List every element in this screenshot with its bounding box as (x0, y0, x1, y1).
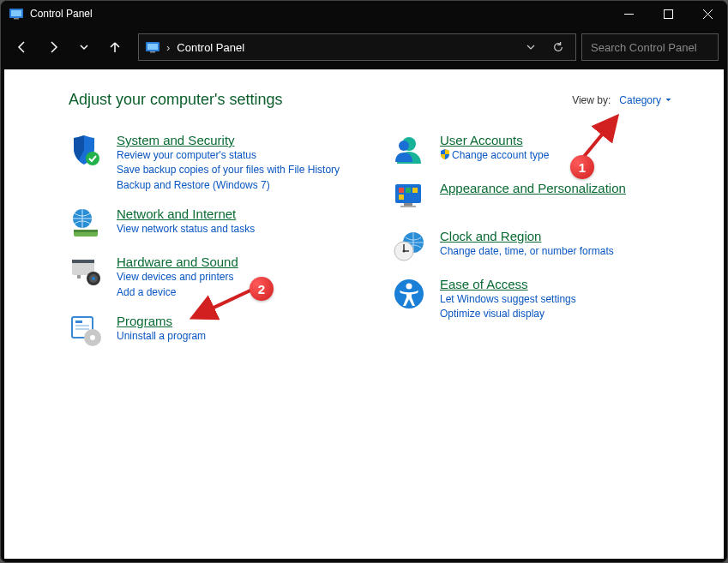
svg-rect-36 (399, 195, 404, 200)
link-backup-restore[interactable]: Backup and Restore (Windows 7) (117, 178, 366, 193)
svg-rect-24 (75, 325, 89, 326)
up-button[interactable] (102, 34, 128, 60)
svg-rect-35 (412, 188, 418, 193)
user-accounts-icon (392, 133, 426, 167)
network-internet-icon (69, 207, 103, 241)
svg-rect-34 (406, 188, 411, 193)
link-change-account-type[interactable]: Change account type (440, 148, 689, 163)
svg-rect-1 (11, 10, 21, 16)
svg-point-41 (403, 250, 406, 253)
link-devices-printers[interactable]: View devices and printers (117, 270, 366, 284)
svg-point-43 (406, 284, 412, 290)
svg-rect-31 (404, 203, 412, 206)
close-button[interactable] (688, 1, 727, 27)
svg-point-27 (90, 335, 95, 340)
clock-region-icon (392, 229, 426, 263)
category-programs[interactable]: Programs (117, 314, 172, 328)
window-title: Control Panel (30, 8, 609, 20)
link-network-status[interactable]: View network status and tasks (117, 222, 366, 237)
viewby-label: View by: (572, 94, 611, 106)
svg-rect-23 (75, 320, 82, 323)
link-file-history[interactable]: Save backup copies of your files with Fi… (117, 163, 366, 177)
svg-point-21 (92, 277, 95, 280)
category-network-internet[interactable]: Network and Internet (117, 207, 236, 221)
svg-rect-33 (399, 188, 404, 193)
search-box[interactable] (581, 33, 719, 61)
link-uninstall-program[interactable]: Uninstall a program (117, 329, 366, 344)
svg-rect-9 (150, 51, 155, 53)
search-input[interactable] (589, 40, 728, 55)
viewby-value: Category (619, 94, 661, 106)
viewby-select[interactable]: Category (619, 94, 672, 106)
address-bar[interactable]: › Control Panel (138, 33, 576, 61)
category-ease-of-access[interactable]: Ease of Access (440, 277, 528, 291)
link-add-device[interactable]: Add a device (117, 285, 366, 300)
category-hardware-sound[interactable]: Hardware and Sound (117, 255, 238, 269)
hardware-sound-icon (69, 255, 103, 289)
address-history-dropdown[interactable] (520, 37, 541, 57)
svg-point-29 (399, 141, 409, 151)
system-security-icon (69, 133, 103, 167)
appearance-personalization-icon (392, 181, 426, 215)
svg-rect-25 (75, 328, 89, 330)
chevron-down-icon (665, 96, 672, 104)
refresh-button[interactable] (548, 37, 569, 57)
forward-button[interactable] (40, 34, 66, 60)
control-panel-icon (146, 40, 159, 54)
page-title: Adjust your computer's settings (69, 91, 572, 109)
svg-rect-17 (72, 260, 94, 263)
programs-icon (69, 314, 103, 348)
link-suggest-settings[interactable]: Let Windows suggest settings (440, 292, 689, 307)
link-optimize-display[interactable]: Optimize visual display (440, 307, 689, 321)
svg-rect-18 (77, 275, 81, 279)
svg-rect-30 (395, 184, 421, 203)
category-clock-region[interactable]: Clock and Region (440, 229, 541, 243)
svg-rect-8 (147, 44, 158, 50)
back-button[interactable] (9, 34, 35, 60)
svg-rect-32 (400, 206, 416, 207)
breadcrumb[interactable]: Control Panel (177, 41, 244, 54)
ease-of-access-icon (392, 277, 426, 311)
breadcrumb-separator: › (166, 41, 170, 54)
maximize-button[interactable] (648, 1, 688, 27)
svg-rect-2 (14, 18, 19, 20)
svg-point-12 (86, 152, 99, 165)
category-system-security[interactable]: System and Security (117, 133, 235, 147)
uac-shield-icon (440, 149, 450, 159)
control-panel-icon (9, 7, 23, 21)
category-user-accounts[interactable]: User Accounts (440, 133, 523, 147)
minimize-button[interactable] (609, 1, 648, 27)
category-appearance-personalization[interactable]: Appearance and Personalization (440, 181, 626, 195)
svg-rect-4 (664, 9, 672, 18)
link-date-time-formats[interactable]: Change date, time, or number formats (440, 244, 689, 259)
link-review-status[interactable]: Review your computer's status (117, 148, 366, 163)
svg-rect-15 (74, 230, 98, 232)
recent-dropdown-button[interactable] (71, 34, 97, 60)
